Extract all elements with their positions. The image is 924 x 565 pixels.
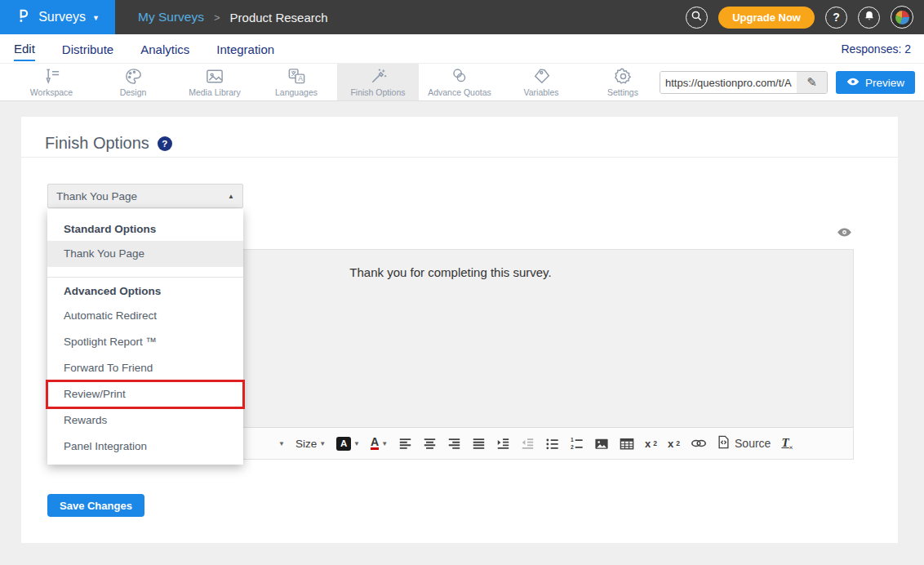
nav-label: Finish Options — [350, 87, 405, 97]
nav-item-workspace[interactable]: Workspace — [11, 64, 92, 100]
nav-item-advance-quotas[interactable]: Advance Quotas — [419, 64, 500, 100]
responses-count[interactable]: Responses: 2 — [841, 42, 911, 56]
account-avatar[interactable] — [891, 6, 913, 29]
select-value: Thank You Page — [48, 190, 228, 202]
upgrade-now-button[interactable]: Upgrade Now — [718, 7, 815, 29]
numbered-list-button[interactable]: 12 — [570, 437, 584, 451]
app-header: Surveys ▼ My Surveys > Product Research … — [0, 0, 924, 34]
nav-label: Media Library — [189, 87, 241, 97]
nav-item-settings[interactable]: Settings — [582, 64, 664, 100]
nav-label: Variables — [524, 87, 559, 97]
dropdown-option-rewards[interactable]: Rewards — [47, 407, 243, 434]
product-label: Surveys — [38, 10, 86, 24]
chain-links-icon — [451, 67, 469, 86]
pencil-icon: ✎ — [806, 75, 817, 90]
text-color-button[interactable]: A ▼ — [371, 437, 388, 450]
svg-text:1: 1 — [571, 437, 574, 443]
search-button[interactable] — [686, 7, 708, 29]
edit-url-button[interactable]: ✎ — [797, 72, 827, 93]
nav-item-variables[interactable]: Variables — [500, 64, 582, 100]
source-label: Source — [735, 437, 771, 450]
save-changes-button[interactable]: Save Changes — [47, 494, 144, 517]
align-left-button[interactable] — [398, 437, 412, 451]
question-mark-icon: ? — [833, 11, 840, 24]
dropdown-option-automatic-redirect[interactable]: Automatic Redirect — [47, 303, 243, 329]
notifications-button[interactable] — [858, 7, 880, 29]
survey-tab-bar: Edit Distribute Analytics Integration Re… — [0, 34, 924, 64]
translate-icon: A — [287, 67, 306, 86]
header-actions: Upgrade Now ? — [686, 0, 924, 34]
dropdown-option-panel-integration[interactable]: Panel Integration — [47, 434, 243, 460]
search-icon — [691, 10, 703, 24]
background-color-button[interactable]: A ▼ — [336, 437, 360, 451]
dropdown-group-standard: Standard Options — [47, 217, 243, 241]
nav-label: Workspace — [30, 87, 73, 97]
help-button[interactable]: ? — [825, 7, 847, 29]
breadcrumb: My Surveys > Product Research — [138, 0, 328, 34]
surveys-product-switcher[interactable]: Surveys ▼ — [0, 0, 115, 34]
remove-format-button[interactable]: T× — [781, 436, 793, 452]
nav-item-design[interactable]: Design — [92, 64, 174, 100]
questionpro-logo-icon — [16, 7, 32, 27]
breadcrumb-my-surveys[interactable]: My Surveys — [138, 10, 204, 24]
dropdown-option-thank-you-page[interactable]: Thank You Page — [47, 241, 243, 267]
preview-button[interactable]: Preview — [836, 71, 915, 94]
editor-preview-eye-icon[interactable] — [837, 226, 852, 241]
source-button[interactable]: Source — [717, 435, 771, 452]
divider — [47, 277, 243, 278]
avatar-logo-icon — [895, 11, 909, 24]
dropdown-option-review-print[interactable]: Review/Print — [47, 381, 243, 407]
breadcrumb-separator: > — [214, 11, 220, 24]
insert-link-button[interactable] — [691, 438, 707, 449]
chevron-up-icon: ▲ — [228, 193, 242, 200]
survey-url-box: ✎ — [660, 71, 828, 94]
decrease-indent-button[interactable] — [521, 437, 535, 451]
survey-url-input[interactable] — [660, 72, 797, 93]
tab-edit[interactable]: Edit — [14, 36, 35, 61]
tab-analytics[interactable]: Analytics — [140, 37, 189, 60]
workspace-icon — [42, 67, 61, 86]
background-color-icon: A — [336, 437, 351, 451]
finish-options-help-button[interactable]: ? — [158, 136, 172, 151]
text-color-icon: A — [371, 437, 379, 450]
question-mark-icon: ? — [162, 139, 167, 149]
palette-icon — [124, 67, 143, 86]
nav-right-controls: ✎ Preview — [660, 71, 915, 94]
page-title: Finish Options — [45, 134, 149, 153]
nav-item-languages[interactable]: A Languages — [255, 64, 337, 100]
align-center-button[interactable] — [423, 437, 437, 451]
nav-label: Languages — [275, 87, 318, 97]
tab-distribute[interactable]: Distribute — [62, 37, 113, 60]
nav-item-media-library[interactable]: Media Library — [174, 64, 255, 100]
dropdown-option-spotlight-report[interactable]: Spotlight Report ™ — [47, 329, 243, 355]
chevron-down-icon: ▼ — [92, 14, 100, 22]
superscript-button[interactable]: x2 — [668, 438, 680, 450]
dropdown-option-forward-to-friend[interactable]: Forward To Friend — [47, 355, 243, 381]
nav-item-finish-options[interactable]: Finish Options — [337, 64, 419, 100]
source-doc-icon — [717, 435, 730, 452]
tab-integration[interactable]: Integration — [216, 37, 274, 60]
edit-toolbar: Workspace Design Media Library A Languag… — [0, 64, 924, 101]
bell-icon — [864, 10, 875, 24]
finish-option-select[interactable]: Thank You Page ▲ — [47, 184, 243, 208]
size-combo[interactable]: Size ▼ — [295, 438, 326, 450]
align-right-button[interactable] — [447, 437, 461, 451]
bullet-list-button[interactable] — [545, 437, 559, 451]
font-combo-arrow[interactable]: ▼ — [278, 440, 285, 447]
breadcrumb-current-survey: Product Research — [230, 11, 328, 24]
eye-icon — [846, 77, 860, 89]
svg-text:2: 2 — [571, 444, 574, 450]
insert-table-button[interactable] — [620, 437, 634, 451]
gear-icon — [614, 67, 633, 86]
svg-text:A: A — [298, 74, 303, 82]
justify-button[interactable] — [472, 437, 486, 451]
tag-icon — [532, 67, 551, 86]
nav-label: Advance Quotas — [428, 87, 491, 97]
preview-label: Preview — [865, 77, 904, 89]
insert-image-button[interactable] — [594, 437, 609, 451]
nav-label: Design — [120, 87, 147, 97]
panel-header: Finish Options ? — [21, 117, 898, 157]
increase-indent-button[interactable] — [496, 437, 510, 451]
finish-option-dropdown: Standard Options Thank You Page Advanced… — [47, 209, 243, 465]
subscript-button[interactable]: x2 — [645, 438, 657, 450]
